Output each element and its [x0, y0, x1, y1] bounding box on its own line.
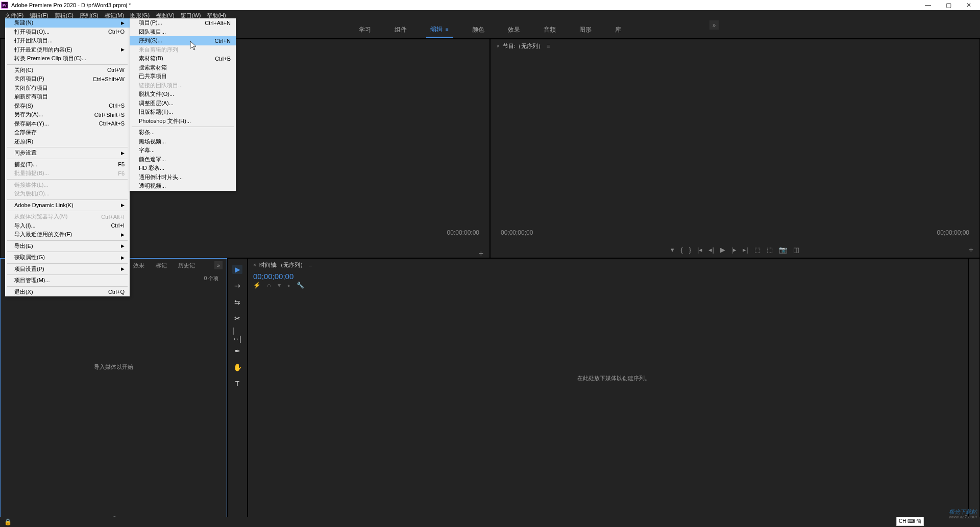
ws-learn[interactable]: 学习 [355, 22, 375, 38]
menu-item[interactable]: 黑场视频... [130, 137, 236, 146]
close-button[interactable]: ✕ [959, 0, 979, 10]
menu-item[interactable]: 刷新所有项目 [5, 92, 130, 102]
menu-item[interactable]: 获取属性(G)▶ [5, 253, 130, 262]
menu-item[interactable]: 还原(R) [5, 137, 130, 146]
slip-tool-icon[interactable]: |↔| [232, 330, 242, 339]
source-time-out: 00:00:00:00 [447, 229, 479, 236]
close-icon[interactable]: × [497, 43, 500, 49]
menu-item[interactable]: 序列(S)...Ctrl+N [130, 36, 236, 45]
menu-item[interactable]: 项目设置(P)▶ [5, 265, 130, 274]
step-fwd-icon[interactable]: |▸ [731, 246, 737, 254]
close-icon[interactable]: × [253, 262, 256, 268]
menu-item[interactable]: 调整图层(A)... [130, 99, 236, 108]
wrench-icon[interactable]: 🔧 [297, 282, 304, 289]
ws-audio[interactable]: 音频 [540, 22, 560, 38]
menu-item[interactable]: 打开最近使用的内容(E)▶ [5, 45, 130, 55]
lift-icon[interactable]: ⬚ [754, 246, 761, 254]
menu-item[interactable]: 导入(I)...Ctrl+I [5, 221, 130, 231]
snap-icon[interactable]: ⚡ [253, 282, 261, 289]
program-time-out: 00;00;00;00 [937, 229, 969, 236]
menu-item[interactable]: 打开团队项目... [5, 36, 130, 45]
add-button-icon[interactable]: + [969, 245, 973, 255]
ws-color[interactable]: 颜色 [468, 22, 488, 38]
hamburger-icon[interactable]: ≡ [446, 27, 449, 32]
timeline-header: × 时间轴:（无序列） ≡ [248, 259, 979, 271]
tab-markers[interactable]: 标记 [156, 262, 167, 269]
menu-item[interactable]: 同步设置▶ [5, 148, 130, 158]
tabs-expand[interactable]: » [214, 261, 223, 269]
menu-item[interactable]: 关闭所有项目 [5, 84, 130, 93]
workspace-expand[interactable]: » [709, 20, 719, 30]
step-back-icon[interactable]: ◂| [708, 246, 714, 254]
hand-tool-icon[interactable]: ✋ [232, 363, 242, 372]
ws-assembly[interactable]: 组件 [390, 22, 411, 38]
ws-editing[interactable]: 编辑≡ [426, 22, 453, 38]
go-out-icon[interactable]: ▸| [743, 246, 748, 254]
menu-item[interactable]: 全部保存 [5, 128, 130, 137]
bottom-row: 效果 标记 历史记 » 0 个项 导入媒体以开始 ≡ ▦ ⬚ ◐ ≡▾ ⟲ 🔍 … [0, 258, 980, 527]
selection-tool-icon[interactable]: ▶ [232, 265, 242, 274]
menu-item[interactable]: 另存为(A)...Ctrl+Shift+S [5, 110, 130, 119]
go-in-icon[interactable]: |◂ [697, 246, 702, 254]
menu-item[interactable]: 旧版标题(T)... [130, 108, 236, 117]
new-submenu-dropdown: 项目(P)...Ctrl+Alt+N团队项目...序列(S)...Ctrl+N来… [130, 18, 236, 191]
compare-icon[interactable]: ◫ [793, 246, 799, 254]
razor-tool-icon[interactable]: ✂ [232, 314, 242, 323]
panel-menu-icon[interactable]: ≡ [309, 262, 312, 268]
menu-item[interactable]: 已共享项目 [130, 72, 236, 81]
ws-graphics[interactable]: 图形 [575, 22, 596, 38]
menu-item[interactable]: Adobe Dynamic Link(K)▶ [5, 201, 130, 210]
menu-item[interactable]: HD 彩条... [130, 164, 236, 173]
menu-item[interactable]: Photoshop 文件(H)... [130, 117, 236, 126]
menu-item[interactable]: 打开项目(O)...Ctrl+O [5, 28, 130, 37]
title-bar: Pr Adobe Premiere Pro 2020 - D:\pr\Word3… [0, 0, 980, 10]
ripple-edit-icon[interactable]: ⇆ [232, 297, 242, 307]
menu-item[interactable]: 项目管理(M)... [5, 276, 130, 285]
separator [7, 263, 128, 264]
menu-item[interactable]: 项目(P)...Ctrl+Alt+N [130, 18, 236, 28]
track-select-icon[interactable]: ⇢ [232, 281, 242, 290]
menu-item[interactable]: 脱机文件(O)... [130, 90, 236, 99]
marker-add-icon[interactable]: ▾ [278, 282, 281, 289]
add-button-icon[interactable]: + [479, 249, 483, 258]
menu-item[interactable]: 素材箱(B)Ctrl+B [130, 54, 236, 63]
menu-item[interactable]: 转换 Premiere Clip 项目(C)... [5, 54, 130, 63]
ws-effects[interactable]: 效果 [504, 22, 524, 38]
menu-item[interactable]: 退出(X)Ctrl+Q [5, 288, 130, 297]
menu-item[interactable]: 关闭(C)Ctrl+W [5, 66, 130, 75]
play-icon[interactable]: ▶ [720, 246, 725, 254]
out-icon[interactable]: } [689, 246, 691, 254]
menu-item[interactable]: 透明视频... [130, 182, 236, 191]
menu-item[interactable]: 保存副本(Y)...Ctrl+Alt+S [5, 119, 130, 129]
type-tool-icon[interactable]: T [232, 379, 242, 388]
in-icon[interactable]: { [680, 246, 682, 254]
marker-icon[interactable]: ▾ [671, 246, 674, 254]
export-icon[interactable]: 📷 [779, 246, 787, 254]
minimize-button[interactable]: — [918, 0, 938, 10]
menu-item[interactable]: 彩条... [130, 128, 236, 137]
watermark: 极光下载站 www.xz7.com [949, 509, 977, 520]
menu-item[interactable]: 颜色遮罩... [130, 155, 236, 164]
settings-icon[interactable]: ⬥ [287, 282, 290, 289]
menu-item[interactable]: 关闭项目(P)Ctrl+Shift+W [5, 74, 130, 84]
panel-menu-icon[interactable]: ≡ [547, 43, 550, 49]
menu-item[interactable]: 保存(S)Ctrl+S [5, 102, 130, 111]
extract-icon[interactable]: ⬚ [767, 246, 773, 254]
menu-item[interactable]: 字幕... [130, 146, 236, 155]
menu-item[interactable]: 捕捉(T)...F5 [5, 160, 130, 169]
maximize-button[interactable]: ▢ [938, 0, 959, 10]
ime-indicator[interactable]: CH ⌨ 简 [896, 517, 924, 526]
menu-item[interactable]: 团队项目... [130, 28, 236, 37]
menu-item[interactable]: 导出(E)▶ [5, 242, 130, 251]
pen-tool-icon[interactable]: ✒ [232, 346, 242, 356]
menu-item[interactable]: 搜索素材箱 [130, 63, 236, 72]
menu-item[interactable]: 新建(N)▶ [5, 18, 130, 28]
program-transport: ▾ { } |◂ ◂| ▶ |▸ ▸| ⬚ ⬚ 📷 ◫ + [491, 246, 979, 254]
menu-item[interactable]: 导入最近使用的文件(F)▶ [5, 230, 130, 239]
ws-library[interactable]: 库 [611, 22, 625, 38]
timeline-playhead[interactable]: 00;00;00;00 [248, 271, 979, 282]
tab-history[interactable]: 历史记 [178, 262, 195, 269]
tab-effects[interactable]: 效果 [133, 262, 144, 269]
linked-sel-icon[interactable]: ∩ [267, 282, 272, 289]
menu-item[interactable]: 通用倒计时片头... [130, 173, 236, 182]
